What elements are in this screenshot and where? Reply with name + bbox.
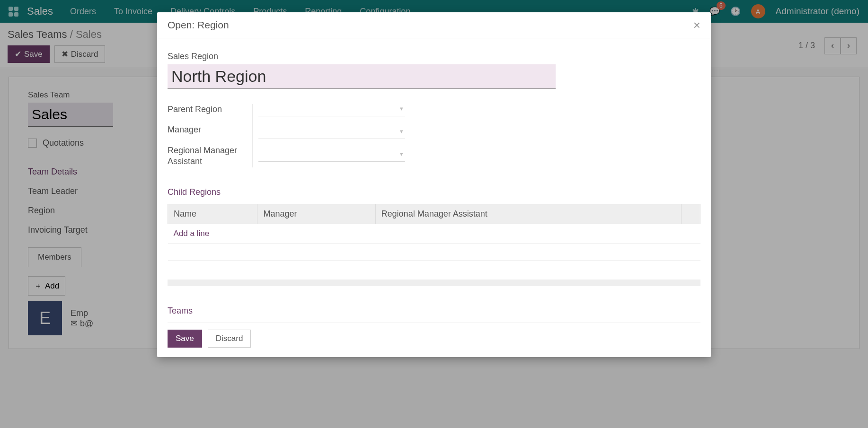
col-actions bbox=[682, 204, 700, 224]
close-icon[interactable]: × bbox=[693, 19, 700, 31]
modal-header: Open: Region × bbox=[157, 12, 711, 38]
rma-select[interactable] bbox=[258, 149, 405, 162]
sales-region-label: Sales Region bbox=[168, 52, 700, 61]
table-row: Add a line bbox=[168, 224, 700, 243]
region-fields: Parent Region Manager Regional Manager A… bbox=[168, 104, 700, 167]
parent-region-label: Parent Region bbox=[168, 104, 247, 115]
modal-discard-button[interactable]: Discard bbox=[208, 330, 251, 348]
add-a-line[interactable]: Add a line bbox=[174, 229, 210, 238]
sales-region-input[interactable] bbox=[168, 64, 556, 89]
modal-save-button[interactable]: Save bbox=[168, 330, 202, 348]
modal-title: Open: Region bbox=[168, 19, 229, 31]
manager-label: Manager bbox=[168, 124, 247, 135]
region-modal: Open: Region × Sales Region Parent Regio… bbox=[157, 12, 711, 357]
col-rma[interactable]: Regional Manager Assistant bbox=[375, 204, 681, 224]
manager-select[interactable] bbox=[258, 127, 405, 139]
table-row bbox=[168, 243, 700, 260]
modal-body: Sales Region Parent Region Manager Regio… bbox=[157, 38, 711, 323]
teams-title: Teams bbox=[168, 306, 700, 316]
child-regions-title: Child Regions bbox=[168, 187, 700, 197]
child-regions-table: Name Manager Regional Manager Assistant … bbox=[168, 204, 700, 261]
modal-footer: Save Discard bbox=[157, 323, 711, 357]
table-footer-bar bbox=[168, 280, 700, 286]
col-name[interactable]: Name bbox=[168, 204, 257, 224]
col-manager[interactable]: Manager bbox=[257, 204, 375, 224]
rma-label: Regional Manager Assistant bbox=[168, 145, 247, 167]
parent-region-select[interactable] bbox=[258, 104, 405, 116]
